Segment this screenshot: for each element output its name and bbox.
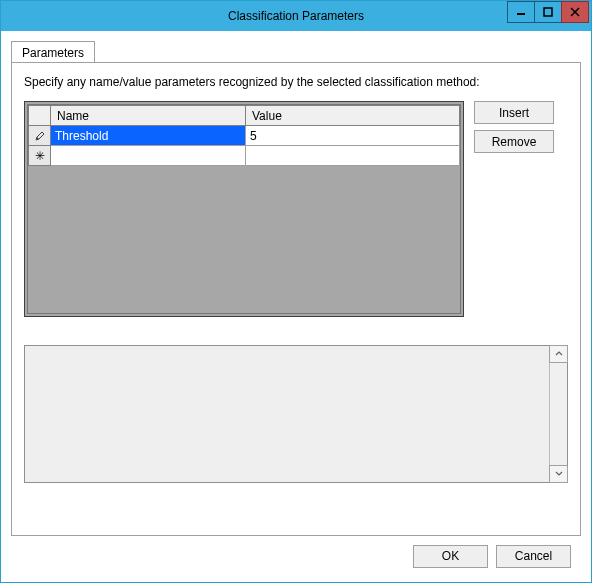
- grid-header-name[interactable]: Name: [51, 106, 246, 126]
- cell-name[interactable]: [51, 146, 246, 166]
- tab-panel-parameters: Specify any name/value parameters recogn…: [11, 62, 581, 536]
- row-selector-edit[interactable]: [29, 126, 51, 146]
- cell-name[interactable]: Threshold: [51, 126, 246, 146]
- maximize-button[interactable]: [534, 1, 562, 23]
- insert-button[interactable]: Insert: [474, 101, 554, 124]
- row-selector-new[interactable]: ✳: [29, 146, 51, 166]
- minimize-icon: [516, 7, 526, 17]
- side-button-column: Insert Remove: [474, 101, 554, 317]
- output-textbox-wrapper: [24, 345, 568, 483]
- svg-rect-1: [544, 8, 552, 16]
- value-input[interactable]: [250, 127, 455, 145]
- maximize-icon: [543, 7, 553, 17]
- chevron-up-icon: [555, 350, 563, 358]
- output-textbox[interactable]: [25, 346, 549, 482]
- client-area: Parameters Specify any name/value parame…: [1, 31, 591, 582]
- dialog-footer: OK Cancel: [11, 536, 581, 576]
- minimize-button[interactable]: [507, 1, 535, 23]
- window-title: Classification Parameters: [1, 9, 591, 23]
- close-icon: [570, 7, 580, 17]
- table-row[interactable]: Threshold: [29, 126, 460, 146]
- cancel-button[interactable]: Cancel: [496, 545, 571, 568]
- tab-parameters[interactable]: Parameters: [11, 41, 95, 63]
- ok-button[interactable]: OK: [413, 545, 488, 568]
- parameters-grid[interactable]: Name Value Threshold: [24, 101, 464, 317]
- remove-button[interactable]: Remove: [474, 130, 554, 153]
- grid-table: Name Value Threshold: [28, 105, 460, 166]
- titlebar[interactable]: Classification Parameters: [1, 1, 591, 31]
- cell-value[interactable]: [246, 126, 460, 146]
- window-controls: [508, 1, 589, 23]
- svg-rect-0: [517, 13, 525, 15]
- close-button[interactable]: [561, 1, 589, 23]
- grid-area: Name Value Threshold: [24, 101, 568, 317]
- cell-value[interactable]: [246, 146, 460, 166]
- vertical-scrollbar[interactable]: [549, 346, 567, 482]
- grid-header-selector[interactable]: [29, 106, 51, 126]
- tab-parameters-label: Parameters: [22, 46, 84, 60]
- pencil-icon: [34, 130, 46, 142]
- scroll-down-button[interactable]: [549, 465, 568, 483]
- description-text: Specify any name/value parameters recogn…: [24, 75, 568, 89]
- asterisk-icon: ✳: [35, 149, 45, 163]
- chevron-down-icon: [555, 470, 563, 478]
- tab-strip: Parameters: [11, 41, 581, 63]
- dialog-window: Classification Parameters Parameters Spe…: [0, 0, 592, 583]
- table-row[interactable]: ✳: [29, 146, 460, 166]
- scroll-up-button[interactable]: [549, 345, 568, 363]
- grid-header-value[interactable]: Value: [246, 106, 460, 126]
